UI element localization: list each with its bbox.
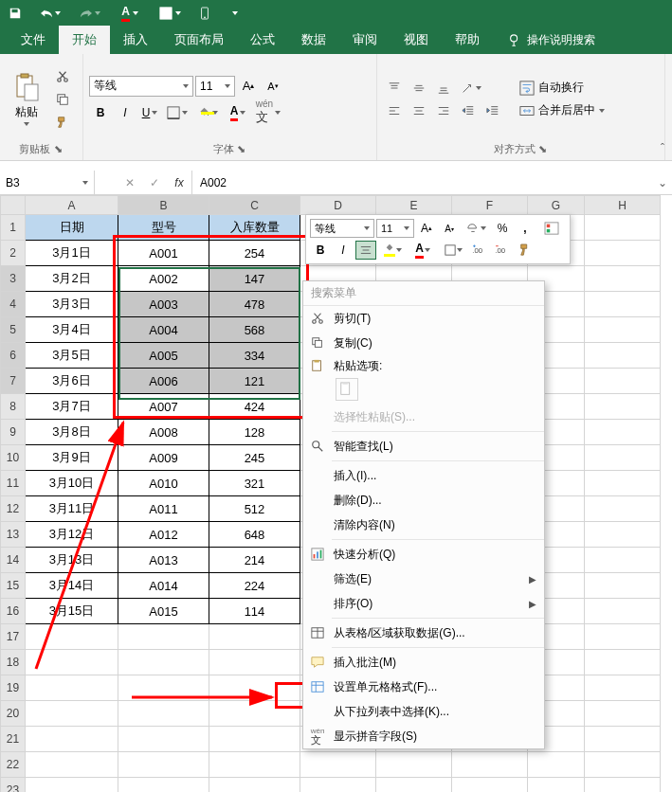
col-header-A[interactable]: A [26, 196, 118, 215]
mini-increase-font-icon[interactable]: A▴ [416, 219, 437, 238]
collapse-ribbon-icon[interactable]: ˆ [661, 142, 664, 155]
font-color-icon[interactable]: A [114, 3, 146, 24]
increase-indent-icon[interactable] [481, 100, 504, 121]
menu-search[interactable]: 搜索菜单 [303, 281, 544, 306]
save-icon[interactable] [4, 3, 27, 24]
tab-page-layout[interactable]: 页面布局 [161, 26, 237, 54]
copy-icon[interactable] [51, 89, 74, 110]
cell[interactable] [26, 675, 118, 701]
decrease-font-icon[interactable]: A▾ [262, 76, 284, 97]
cell[interactable] [585, 573, 661, 599]
cell[interactable]: A006 [118, 369, 209, 394]
mini-comma-icon[interactable]: , [515, 219, 536, 238]
align-right-icon[interactable] [432, 100, 455, 121]
mini-percent-icon[interactable]: % [492, 219, 513, 238]
qat-customize-icon[interactable] [224, 3, 246, 24]
cell[interactable] [118, 752, 209, 778]
cell[interactable] [528, 778, 585, 793]
menu-dropdown-list[interactable]: 从下拉列表中选择(K)... [303, 699, 544, 724]
clipboard-launcher-icon[interactable]: ⬊ [52, 144, 64, 155]
row-header[interactable]: 18 [1, 650, 26, 675]
cell[interactable] [585, 496, 661, 522]
mini-align-center-icon[interactable] [355, 241, 376, 260]
cell[interactable]: 3月10日 [26, 471, 118, 496]
row-header[interactable]: 6 [1, 343, 26, 369]
row-header[interactable]: 23 [1, 778, 26, 793]
menu-filter[interactable]: 筛选(E)▶ [303, 567, 544, 591]
cell[interactable]: A014 [118, 573, 209, 599]
cell[interactable] [118, 650, 209, 675]
cell[interactable] [300, 778, 376, 793]
cell[interactable] [585, 215, 661, 241]
row-header[interactable]: 11 [1, 471, 26, 496]
row-header[interactable]: 9 [1, 420, 26, 445]
undo-icon[interactable] [34, 3, 66, 24]
cell[interactable] [26, 778, 118, 793]
cell[interactable]: 147 [209, 266, 300, 292]
cell[interactable]: A015 [118, 599, 209, 624]
col-header-E[interactable]: E [376, 196, 452, 215]
enter-icon[interactable]: ✓ [142, 176, 167, 189]
row-header[interactable]: 15 [1, 573, 26, 599]
row-header[interactable]: 12 [1, 496, 26, 522]
cell[interactable]: 3月7日 [26, 394, 118, 420]
cell[interactable]: 3月12日 [26, 522, 118, 548]
menu-quick-analysis[interactable]: 快速分析(Q) [303, 542, 544, 567]
cell[interactable]: A004 [118, 317, 209, 343]
menu-cut[interactable]: 剪切(T) [303, 306, 544, 331]
cell[interactable]: 3月9日 [26, 445, 118, 471]
tab-help[interactable]: 帮助 [442, 26, 493, 54]
row-header[interactable]: 1 [1, 215, 26, 241]
mini-format-painter-icon[interactable] [515, 241, 536, 260]
cancel-icon[interactable]: ✕ [118, 176, 142, 189]
cell[interactable]: A007 [118, 394, 209, 420]
cell[interactable] [26, 727, 118, 752]
cell[interactable]: 254 [209, 241, 300, 266]
cell[interactable] [585, 420, 661, 445]
cell[interactable] [118, 624, 209, 650]
underline-icon[interactable]: U [138, 102, 161, 123]
cell[interactable] [209, 727, 300, 752]
cell[interactable]: 224 [209, 573, 300, 599]
menu-smart-lookup[interactable]: 智能查找(L) [303, 434, 544, 459]
redo-icon[interactable] [74, 3, 106, 24]
menu-format-cells[interactable]: 设置单元格格式(F)... [303, 675, 544, 699]
mini-border-icon[interactable] [439, 241, 467, 260]
cell[interactable]: 214 [209, 548, 300, 573]
cell[interactable] [585, 624, 661, 650]
border-icon[interactable] [154, 3, 186, 24]
cell[interactable]: 245 [209, 445, 300, 471]
cell[interactable]: 3月5日 [26, 343, 118, 369]
row-header[interactable]: 13 [1, 522, 26, 548]
cell[interactable]: A003 [118, 292, 209, 317]
cell[interactable] [585, 317, 661, 343]
mini-font-select[interactable]: 等线 [310, 219, 374, 238]
menu-clear[interactable]: 清除内容(N) [303, 513, 544, 537]
menu-phonetic[interactable]: wén文显示拼音字段(S) [303, 724, 544, 748]
cell[interactable] [585, 471, 661, 496]
cell[interactable] [376, 778, 452, 793]
bold-icon[interactable]: B [89, 102, 112, 123]
cell[interactable]: 568 [209, 317, 300, 343]
cell[interactable] [585, 522, 661, 548]
cell[interactable] [585, 599, 661, 624]
cell[interactable]: 3月13日 [26, 548, 118, 573]
cell[interactable]: A012 [118, 522, 209, 548]
row-header[interactable]: 20 [1, 701, 26, 727]
cell[interactable] [209, 701, 300, 727]
cell[interactable]: 3月8日 [26, 420, 118, 445]
fill-color-icon[interactable] [193, 102, 222, 123]
tab-view[interactable]: 视图 [390, 26, 442, 54]
cell[interactable]: A011 [118, 496, 209, 522]
cell[interactable] [452, 778, 528, 793]
mini-font-color-icon[interactable]: A [409, 241, 437, 260]
row-header[interactable]: 3 [1, 266, 26, 292]
mini-accounting-icon[interactable] [462, 219, 490, 238]
cell[interactable] [585, 343, 661, 369]
cell[interactable] [209, 675, 300, 701]
font-color-dd-icon[interactable]: A [224, 102, 252, 123]
cell[interactable] [26, 701, 118, 727]
cell[interactable]: 入库数量 [209, 215, 300, 241]
cell[interactable] [209, 624, 300, 650]
cell[interactable]: 334 [209, 343, 300, 369]
